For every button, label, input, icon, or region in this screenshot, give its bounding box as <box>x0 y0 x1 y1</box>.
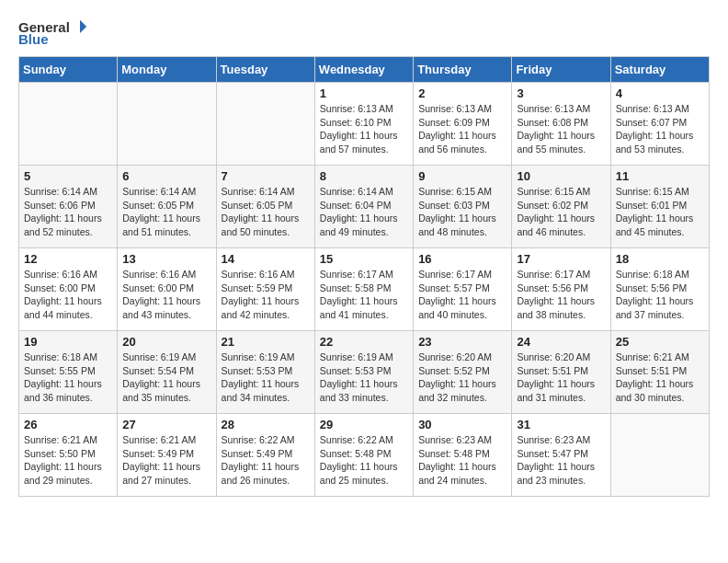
day-info: Sunrise: 6:22 AM Sunset: 5:49 PM Dayligh… <box>222 433 310 488</box>
day-number: 20 <box>122 335 210 349</box>
day-info: Sunrise: 6:15 AM Sunset: 6:02 PM Dayligh… <box>517 185 605 239</box>
calendar-cell: 23Sunrise: 6:20 AM Sunset: 5:52 PM Dayli… <box>414 331 512 414</box>
calendar-cell: 28Sunrise: 6:22 AM Sunset: 5:49 PM Dayli… <box>216 414 314 497</box>
calendar-cell: 20Sunrise: 6:19 AM Sunset: 5:54 PM Dayli… <box>118 331 216 414</box>
day-info: Sunrise: 6:19 AM Sunset: 5:53 PM Dayligh… <box>222 350 310 405</box>
day-info: Sunrise: 6:21 AM Sunset: 5:49 PM Dayligh… <box>122 433 210 488</box>
calendar-cell: 26Sunrise: 6:21 AM Sunset: 5:50 PM Dayli… <box>19 414 118 497</box>
day-info: Sunrise: 6:13 AM Sunset: 6:07 PM Dayligh… <box>616 102 704 156</box>
calendar-cell <box>610 414 709 497</box>
day-number: 24 <box>517 335 605 349</box>
weekday-header-friday: Friday <box>512 57 610 83</box>
week-row-4: 19Sunrise: 6:18 AM Sunset: 5:55 PM Dayli… <box>19 331 710 414</box>
day-info: Sunrise: 6:19 AM Sunset: 5:54 PM Dayligh… <box>122 350 210 405</box>
calendar-cell: 2Sunrise: 6:13 AM Sunset: 6:09 PM Daylig… <box>414 83 512 166</box>
day-info: Sunrise: 6:14 AM Sunset: 6:05 PM Dayligh… <box>122 185 210 239</box>
calendar-cell: 13Sunrise: 6:16 AM Sunset: 6:00 PM Dayli… <box>118 248 216 331</box>
day-info: Sunrise: 6:16 AM Sunset: 5:59 PM Dayligh… <box>222 268 310 322</box>
day-number: 7 <box>222 169 310 183</box>
calendar-cell: 17Sunrise: 6:17 AM Sunset: 5:56 PM Dayli… <box>512 248 610 331</box>
calendar-cell: 31Sunrise: 6:23 AM Sunset: 5:47 PM Dayli… <box>512 414 610 497</box>
calendar-cell: 14Sunrise: 6:16 AM Sunset: 5:59 PM Dayli… <box>216 248 314 331</box>
day-number: 9 <box>418 169 506 183</box>
calendar-cell: 19Sunrise: 6:18 AM Sunset: 5:55 PM Dayli… <box>19 331 118 414</box>
day-number: 16 <box>418 252 506 266</box>
day-number: 10 <box>517 169 605 183</box>
calendar-cell: 15Sunrise: 6:17 AM Sunset: 5:58 PM Dayli… <box>314 248 413 331</box>
calendar-cell: 21Sunrise: 6:19 AM Sunset: 5:53 PM Dayli… <box>216 331 314 414</box>
calendar-cell <box>19 83 118 166</box>
calendar-cell: 7Sunrise: 6:14 AM Sunset: 6:05 PM Daylig… <box>216 166 314 248</box>
day-number: 2 <box>418 86 506 100</box>
day-info: Sunrise: 6:18 AM Sunset: 5:55 PM Dayligh… <box>24 350 112 405</box>
calendar-cell <box>118 83 216 166</box>
day-info: Sunrise: 6:17 AM Sunset: 5:56 PM Dayligh… <box>517 268 605 322</box>
header: General Blue <box>18 18 710 47</box>
day-info: Sunrise: 6:15 AM Sunset: 6:03 PM Dayligh… <box>418 185 506 239</box>
week-row-5: 26Sunrise: 6:21 AM Sunset: 5:50 PM Dayli… <box>19 414 710 497</box>
day-number: 14 <box>222 252 310 266</box>
weekday-header-tuesday: Tuesday <box>216 57 314 83</box>
day-info: Sunrise: 6:23 AM Sunset: 5:47 PM Dayligh… <box>517 433 605 488</box>
calendar-cell: 18Sunrise: 6:18 AM Sunset: 5:56 PM Dayli… <box>610 248 709 331</box>
day-number: 29 <box>320 418 408 431</box>
day-number: 22 <box>320 335 408 349</box>
calendar-cell: 6Sunrise: 6:14 AM Sunset: 6:05 PM Daylig… <box>118 166 216 248</box>
day-number: 21 <box>222 335 310 349</box>
logo-container: General Blue <box>18 18 88 47</box>
day-info: Sunrise: 6:16 AM Sunset: 6:00 PM Dayligh… <box>122 268 210 322</box>
calendar-cell: 22Sunrise: 6:19 AM Sunset: 5:53 PM Dayli… <box>314 331 413 414</box>
day-number: 4 <box>616 86 704 100</box>
day-number: 5 <box>24 169 112 183</box>
calendar-cell: 9Sunrise: 6:15 AM Sunset: 6:03 PM Daylig… <box>414 166 512 248</box>
day-number: 8 <box>320 169 408 183</box>
day-info: Sunrise: 6:14 AM Sunset: 6:04 PM Dayligh… <box>320 185 408 239</box>
day-number: 31 <box>517 418 605 431</box>
weekday-header-saturday: Saturday <box>610 57 709 83</box>
day-number: 28 <box>222 418 310 431</box>
calendar-cell: 8Sunrise: 6:14 AM Sunset: 6:04 PM Daylig… <box>314 166 413 248</box>
day-number: 15 <box>320 252 408 266</box>
day-info: Sunrise: 6:16 AM Sunset: 6:00 PM Dayligh… <box>24 268 112 322</box>
week-row-1: 1Sunrise: 6:13 AM Sunset: 6:10 PM Daylig… <box>19 83 710 166</box>
calendar-cell: 11Sunrise: 6:15 AM Sunset: 6:01 PM Dayli… <box>610 166 709 248</box>
day-number: 13 <box>122 252 210 266</box>
week-row-2: 5Sunrise: 6:14 AM Sunset: 6:06 PM Daylig… <box>19 166 710 248</box>
weekday-header-monday: Monday <box>118 57 216 83</box>
day-number: 17 <box>517 252 605 266</box>
day-info: Sunrise: 6:20 AM Sunset: 5:52 PM Dayligh… <box>418 350 506 405</box>
logo-flag-icon <box>72 18 88 35</box>
day-number: 11 <box>616 169 704 183</box>
weekday-header-thursday: Thursday <box>414 57 512 83</box>
weekday-header-row: SundayMondayTuesdayWednesdayThursdayFrid… <box>19 57 710 83</box>
day-info: Sunrise: 6:20 AM Sunset: 5:51 PM Dayligh… <box>517 350 605 405</box>
calendar-cell <box>216 83 314 166</box>
day-info: Sunrise: 6:13 AM Sunset: 6:08 PM Dayligh… <box>517 102 605 156</box>
calendar-cell: 24Sunrise: 6:20 AM Sunset: 5:51 PM Dayli… <box>512 331 610 414</box>
day-info: Sunrise: 6:13 AM Sunset: 6:10 PM Dayligh… <box>320 102 408 156</box>
day-number: 12 <box>24 252 112 266</box>
day-number: 18 <box>616 252 704 266</box>
day-info: Sunrise: 6:14 AM Sunset: 6:05 PM Dayligh… <box>222 185 310 239</box>
day-info: Sunrise: 6:17 AM Sunset: 5:58 PM Dayligh… <box>320 268 408 322</box>
day-number: 25 <box>616 335 704 349</box>
weekday-header-sunday: Sunday <box>19 57 118 83</box>
calendar-table: SundayMondayTuesdayWednesdayThursdayFrid… <box>18 56 710 497</box>
calendar-cell: 3Sunrise: 6:13 AM Sunset: 6:08 PM Daylig… <box>512 83 610 166</box>
day-info: Sunrise: 6:18 AM Sunset: 5:56 PM Dayligh… <box>616 268 704 322</box>
calendar-cell: 1Sunrise: 6:13 AM Sunset: 6:10 PM Daylig… <box>314 83 413 166</box>
day-info: Sunrise: 6:22 AM Sunset: 5:48 PM Dayligh… <box>320 433 408 488</box>
day-info: Sunrise: 6:23 AM Sunset: 5:48 PM Dayligh… <box>418 433 506 488</box>
day-info: Sunrise: 6:21 AM Sunset: 5:50 PM Dayligh… <box>24 433 112 488</box>
week-row-3: 12Sunrise: 6:16 AM Sunset: 6:00 PM Dayli… <box>19 248 710 331</box>
day-info: Sunrise: 6:17 AM Sunset: 5:57 PM Dayligh… <box>418 268 506 322</box>
calendar-cell: 25Sunrise: 6:21 AM Sunset: 5:51 PM Dayli… <box>610 331 709 414</box>
calendar-cell: 29Sunrise: 6:22 AM Sunset: 5:48 PM Dayli… <box>314 414 413 497</box>
day-number: 6 <box>122 169 210 183</box>
logo: General Blue <box>18 18 88 47</box>
calendar-cell: 4Sunrise: 6:13 AM Sunset: 6:07 PM Daylig… <box>610 83 709 166</box>
calendar-cell: 30Sunrise: 6:23 AM Sunset: 5:48 PM Dayli… <box>414 414 512 497</box>
logo-blue-text: Blue <box>18 31 49 47</box>
day-number: 1 <box>320 86 408 100</box>
day-number: 23 <box>418 335 506 349</box>
